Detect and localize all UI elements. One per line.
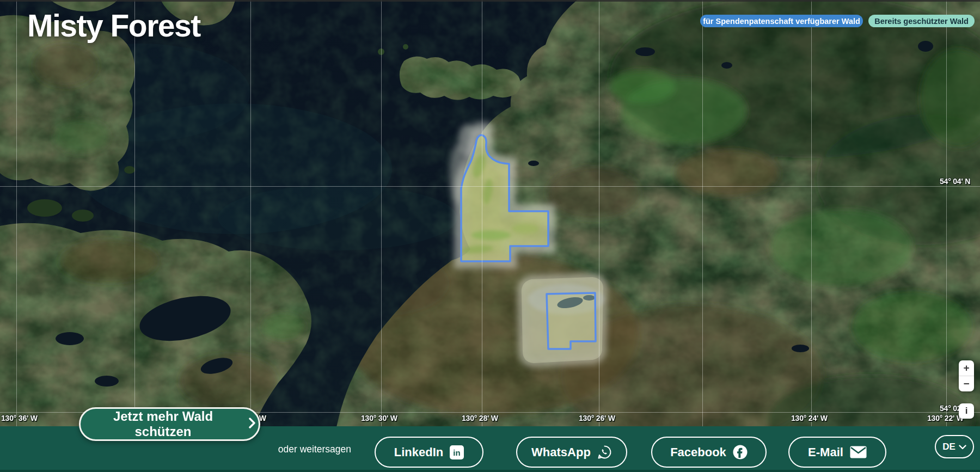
- footer-bottom-edge: [0, 470, 980, 472]
- longitude-label: 130° 26' W: [579, 414, 615, 422]
- available-forest-polygon-south[interactable]: [522, 277, 604, 363]
- longitude-label: 130° 24' W: [791, 414, 828, 422]
- gridline-vertical: [702, 0, 703, 426]
- gridline-vertical: [811, 0, 812, 426]
- protect-more-forest-label: Jetzt mehr Wald schützen: [84, 409, 242, 439]
- email-icon: [850, 446, 867, 458]
- protect-more-forest-button[interactable]: Jetzt mehr Wald schützen: [79, 407, 260, 441]
- share-whatsapp-button[interactable]: WhatsApp: [516, 437, 627, 468]
- window-top-edge: [0, 0, 980, 2]
- legend-chip-available-label: für Spendenpatenschaft verfügbarer Wald: [703, 17, 860, 26]
- page-title: Misty Forest: [27, 8, 200, 44]
- gridline-vertical: [381, 0, 382, 426]
- zoom-in-button[interactable]: +: [959, 360, 974, 376]
- share-linkedin-button[interactable]: LinkedIn in: [375, 437, 483, 468]
- whatsapp-icon: [597, 445, 612, 459]
- share-linkedin-label: LinkedIn: [394, 445, 443, 459]
- longitude-label: 130° 36' W: [1, 414, 38, 422]
- share-email-label: E-Mail: [808, 445, 843, 459]
- share-email-button[interactable]: E-Mail: [788, 437, 886, 468]
- chevron-right-icon: [249, 416, 255, 432]
- share-facebook-label: Facebook: [670, 445, 726, 459]
- map-zoom-control: + −: [959, 360, 974, 391]
- gridline-vertical: [134, 0, 135, 426]
- zoom-out-button[interactable]: −: [959, 376, 974, 391]
- language-selector[interactable]: DE: [935, 435, 974, 458]
- longitude-label: 130° 28' W: [462, 414, 498, 422]
- longitude-label: 130° 30' W: [361, 414, 397, 422]
- gridline-vertical: [482, 0, 482, 426]
- linkedin-icon: in: [450, 445, 464, 459]
- info-button[interactable]: i: [959, 403, 974, 419]
- gridline-horizontal: [0, 186, 980, 187]
- share-whatsapp-label: WhatsApp: [531, 445, 591, 459]
- share-facebook-button[interactable]: Facebook: [651, 437, 767, 468]
- legend-chip-protected[interactable]: Bereits geschützter Wald: [868, 15, 975, 27]
- chevron-down-icon: [959, 442, 966, 452]
- gridline-vertical: [599, 0, 599, 426]
- legend-chip-protected-label: Bereits geschützter Wald: [874, 17, 969, 26]
- latitude-label: 54° 04' N: [940, 177, 970, 186]
- language-code: DE: [942, 442, 955, 452]
- facebook-icon: [733, 445, 748, 459]
- legend-chip-available[interactable]: für Spendenpatenschaft verfügbarer Wald: [700, 15, 863, 27]
- gridline-vertical: [946, 0, 947, 426]
- gridline-vertical: [16, 0, 17, 426]
- gridline-vertical: [250, 0, 251, 426]
- share-prompt: oder weitersagen: [226, 444, 351, 455]
- longitude-label: 130° 22' W: [927, 414, 964, 422]
- svg-text:in: in: [454, 448, 461, 457]
- misty-forest-map-page: 130° 36' W 130° 34' W 130° 30' W 130° 28…: [0, 0, 980, 472]
- satellite-map[interactable]: [0, 0, 980, 472]
